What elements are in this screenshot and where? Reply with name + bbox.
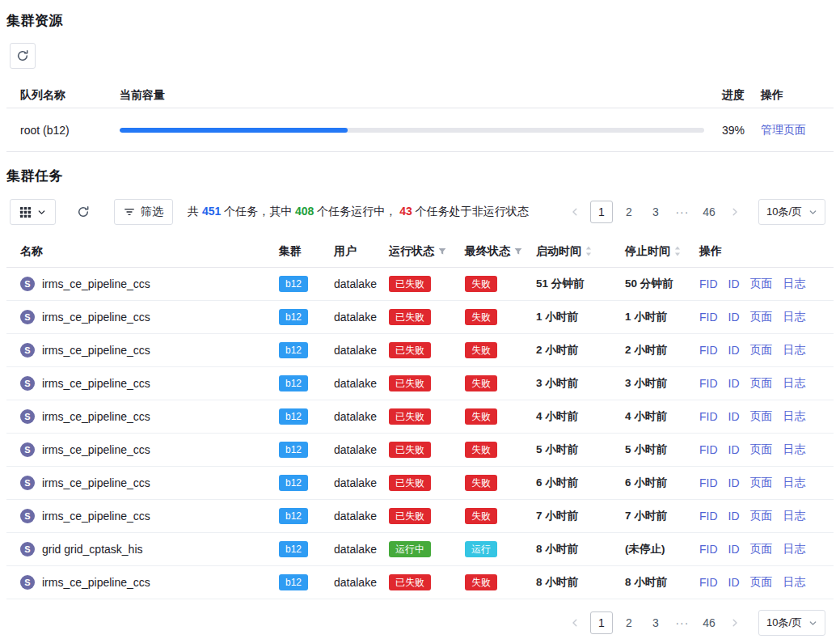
- next-page-button[interactable]: [725, 613, 745, 633]
- spark-avatar-icon: S: [20, 277, 35, 291]
- spark-avatar-icon: S: [20, 542, 35, 556]
- fid-link[interactable]: FID: [699, 311, 718, 324]
- page-link[interactable]: 页面: [750, 409, 773, 424]
- sort-icon[interactable]: [673, 245, 682, 257]
- id-link[interactable]: ID: [728, 344, 740, 357]
- page-ellipsis[interactable]: ···: [672, 201, 693, 223]
- fid-link[interactable]: FID: [699, 410, 718, 423]
- start-time: 7 小时前: [536, 509, 578, 523]
- start-time: 51 分钟前: [536, 277, 584, 291]
- page-link[interactable]: 页面: [750, 476, 773, 490]
- log-link[interactable]: 日志: [783, 343, 806, 358]
- task-name: irms_ce_pipeline_ccs: [42, 576, 150, 589]
- tasks-summary: 共 451 个任务，其中 408 个任务运行中， 43 个任务处于非运行状态: [188, 205, 529, 219]
- fid-link[interactable]: FID: [699, 510, 718, 523]
- id-link[interactable]: ID: [728, 476, 740, 489]
- page-link[interactable]: 页面: [750, 575, 773, 590]
- page-button-46[interactable]: 46: [699, 201, 720, 223]
- page-size-select[interactable]: 10条/页: [758, 610, 825, 636]
- page-button-46[interactable]: 46: [699, 611, 720, 634]
- filter-button[interactable]: 筛选: [114, 199, 173, 225]
- log-link[interactable]: 日志: [783, 476, 806, 490]
- log-link[interactable]: 日志: [783, 376, 806, 391]
- page-button-1[interactable]: 1: [590, 201, 613, 223]
- page-link[interactable]: 页面: [750, 442, 773, 457]
- resources-refresh-button[interactable]: [10, 43, 36, 69]
- next-page-button[interactable]: [725, 202, 745, 222]
- cluster-tasks-title: 集群任务: [6, 167, 834, 185]
- id-link[interactable]: ID: [728, 277, 740, 290]
- id-link[interactable]: ID: [728, 410, 740, 423]
- filter-funnel-icon[interactable]: [437, 247, 447, 256]
- task-user: datalake: [334, 277, 377, 290]
- col-header-run-status: 运行状态: [389, 244, 465, 259]
- summary-text: 个任务，其中: [221, 205, 295, 218]
- start-time: 5 小时前: [536, 442, 578, 457]
- spark-avatar-icon: S: [20, 343, 35, 358]
- page-link[interactable]: 页面: [750, 376, 773, 391]
- fid-link[interactable]: FID: [699, 443, 718, 456]
- final-status-badge: 失败: [465, 475, 497, 491]
- page-size-select[interactable]: 10条/页: [758, 199, 825, 225]
- fid-link[interactable]: FID: [699, 476, 718, 489]
- task-name: irms_ce_pipeline_ccs: [42, 277, 150, 290]
- sort-icon[interactable]: [585, 245, 593, 257]
- id-link[interactable]: ID: [728, 443, 740, 456]
- final-status-badge: 失败: [465, 342, 497, 358]
- spark-avatar-icon: S: [20, 310, 35, 324]
- log-link[interactable]: 日志: [783, 277, 806, 291]
- total-task-count: 451: [202, 205, 221, 218]
- log-link[interactable]: 日志: [783, 509, 806, 523]
- tasks-refresh-button[interactable]: [70, 199, 96, 225]
- task-name: irms_ce_pipeline_ccs: [42, 410, 150, 423]
- fid-link[interactable]: FID: [699, 576, 718, 589]
- cluster-tag: b12: [279, 574, 308, 590]
- id-link[interactable]: ID: [728, 377, 740, 390]
- table-row: S irms_ce_pipeline_ccs b12 datalake 已失败 …: [6, 334, 834, 367]
- fid-link[interactable]: FID: [699, 377, 718, 390]
- task-name: irms_ce_pipeline_ccs: [42, 510, 150, 523]
- page-link[interactable]: 页面: [750, 343, 773, 358]
- prev-page-button[interactable]: [565, 613, 585, 633]
- fid-link[interactable]: FID: [699, 543, 718, 556]
- id-link[interactable]: ID: [728, 576, 740, 589]
- id-link[interactable]: ID: [728, 510, 740, 523]
- columns-button[interactable]: [10, 199, 56, 225]
- log-link[interactable]: 日志: [783, 575, 806, 590]
- manage-page-link[interactable]: 管理页面: [761, 123, 806, 136]
- spark-avatar-icon: S: [20, 376, 35, 391]
- start-time: 1 小时前: [536, 310, 578, 324]
- prev-page-button[interactable]: [565, 202, 585, 222]
- task-user: datalake: [334, 576, 377, 589]
- log-link[interactable]: 日志: [783, 409, 806, 424]
- log-link[interactable]: 日志: [783, 442, 806, 457]
- page-link[interactable]: 页面: [750, 277, 773, 291]
- col-header-user: 用户: [334, 244, 389, 259]
- fid-link[interactable]: FID: [699, 344, 718, 357]
- cluster-tag: b12: [279, 541, 308, 557]
- fid-link[interactable]: FID: [699, 277, 718, 290]
- page-button-2[interactable]: 2: [618, 201, 639, 223]
- page-button-3[interactable]: 3: [645, 611, 666, 634]
- cluster-tag: b12: [279, 342, 308, 358]
- chevron-down-icon: [808, 619, 817, 628]
- log-link[interactable]: 日志: [783, 310, 806, 324]
- page-link[interactable]: 页面: [750, 542, 773, 556]
- page-ellipsis[interactable]: ···: [672, 611, 693, 634]
- col-header-final-status: 最终状态: [465, 244, 536, 259]
- page-link[interactable]: 页面: [750, 310, 773, 324]
- cluster-tasks-section: 集群任务: [6, 167, 834, 636]
- page-button-3[interactable]: 3: [645, 201, 666, 223]
- log-link[interactable]: 日志: [783, 542, 806, 556]
- run-status-badge: 已失败: [389, 508, 431, 524]
- stop-time: 4 小时前: [625, 409, 667, 424]
- page-button-1[interactable]: 1: [590, 611, 613, 634]
- page-button-2[interactable]: 2: [618, 611, 639, 634]
- id-link[interactable]: ID: [728, 543, 740, 556]
- id-link[interactable]: ID: [728, 311, 740, 324]
- tasks-table-header: 名称 集群 用户 运行状态 最终状态 启动时间 停止时间 操作: [6, 235, 834, 268]
- page-link[interactable]: 页面: [750, 509, 773, 523]
- col-header-progress: 进度: [715, 88, 756, 103]
- task-name: grid grid_cptask_his: [42, 543, 143, 556]
- filter-funnel-icon[interactable]: [513, 247, 523, 256]
